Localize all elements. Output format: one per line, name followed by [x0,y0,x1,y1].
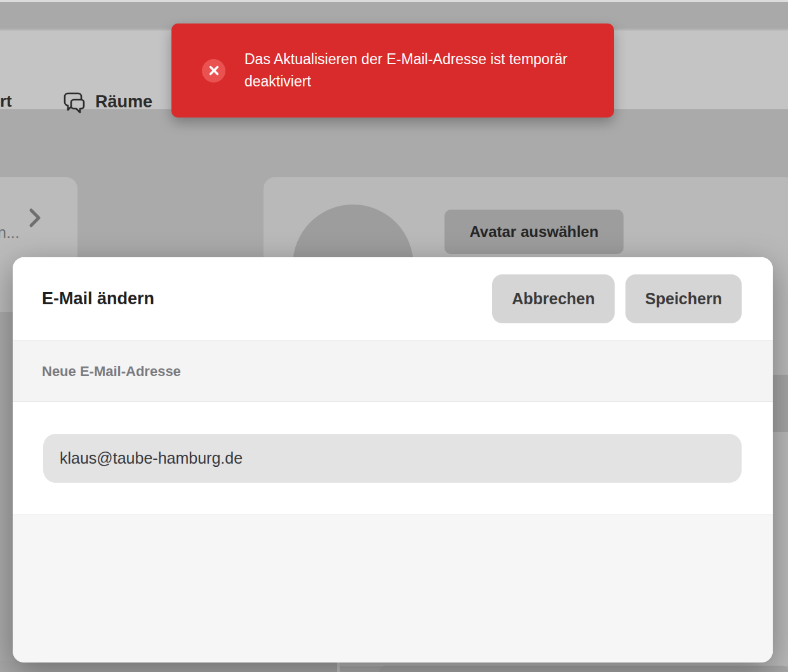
save-button[interactable]: Speichern [625,274,742,323]
screen: rt Räume n... Avatar auswählen [0,0,788,672]
truncated-nav-label: n... [0,224,20,242]
toast-message: Das Aktualisieren der E-Mail-Adresse ist… [244,48,589,93]
dialog-body [13,402,773,514]
new-email-field-label: Neue E-Mail-Adresse [42,363,181,380]
error-toast[interactable]: Das Aktualisieren der E-Mail-Adresse ist… [171,24,614,118]
field-label-band: Neue E-Mail-Adresse [13,341,773,402]
tab-partial-cutoff[interactable]: rt [0,91,12,111]
new-email-input[interactable] [43,434,742,483]
page-scrollbar-thumb[interactable] [773,375,788,432]
tab-rooms[interactable]: Räume [61,89,152,114]
close-icon [202,59,225,83]
dialog-footer [13,514,773,662]
dialog-title: E-Mail ändern [42,289,154,309]
chat-bubbles-icon [61,89,86,114]
chevron-right-icon [29,208,41,231]
cancel-button[interactable]: Abbrechen [492,274,615,323]
background-lower-card [379,666,788,672]
tab-rooms-label: Räume [95,92,152,112]
change-email-dialog: E-Mail ändern Abbrechen Speichern Neue E… [13,257,773,662]
background-card-gap [337,661,340,672]
background-lower-left [0,661,337,672]
dialog-header: E-Mail ändern Abbrechen Speichern [13,257,773,341]
avatar-select-button[interactable]: Avatar auswählen [444,210,624,254]
